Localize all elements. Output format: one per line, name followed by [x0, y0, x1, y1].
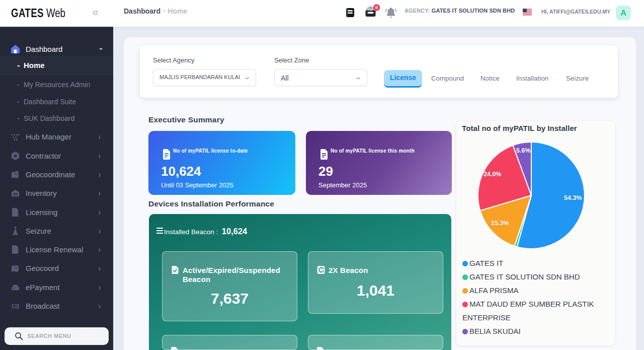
svg-text:0: 0 [375, 5, 378, 10]
svg-text:(Ǝ): (Ǝ) [12, 304, 19, 309]
